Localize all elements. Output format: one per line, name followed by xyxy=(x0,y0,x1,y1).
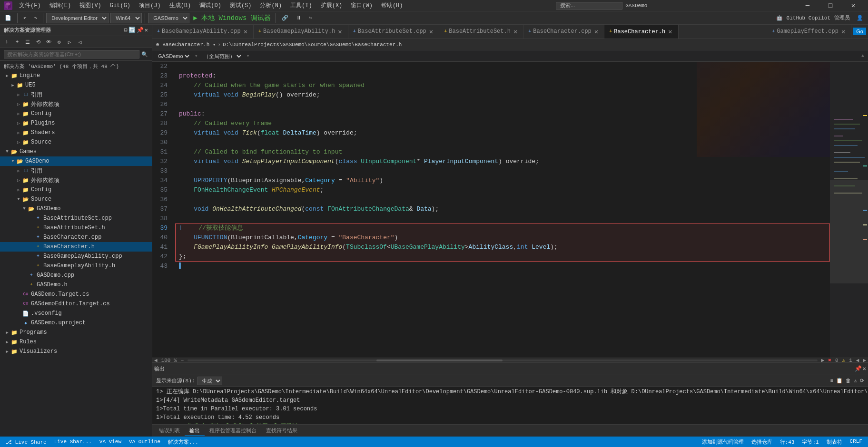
tree-item-extern2[interactable]: ▷ 📁 外部依赖项 xyxy=(0,175,152,185)
tree-item-ref1[interactable]: ▷ □ 引用 xyxy=(0,90,152,99)
menu-extensions[interactable]: 扩展(X) xyxy=(317,0,346,10)
scroll-track[interactable] xyxy=(187,360,817,361)
minimize-button[interactable]: ─ xyxy=(797,0,819,11)
project-dropdown[interactable]: GASDemo xyxy=(148,13,189,23)
maximize-button[interactable]: □ xyxy=(819,0,841,11)
tab-close-btn[interactable]: ✕ xyxy=(593,28,599,36)
sidebar-search-input[interactable] xyxy=(4,50,139,58)
close-panel-btn[interactable]: ✕ xyxy=(145,27,148,34)
status-mode[interactable]: 制表符 xyxy=(825,438,844,446)
tree-item-baseattrset-h[interactable]: + BaseAttributeSet.h xyxy=(0,223,152,233)
tree-item-config1[interactable]: ▷ 📁 Config xyxy=(0,109,152,118)
tab-find-symbol[interactable]: 查找符号结果 xyxy=(261,426,302,435)
breadcrumb-path[interactable]: D:\DUnrealProjects\GASDemo\Source\GASDem… xyxy=(223,42,402,48)
status-add-source[interactable]: 添加到源代码管理 xyxy=(700,438,746,446)
new-file-button[interactable]: 📄 xyxy=(2,14,14,22)
platform-dropdown[interactable]: Win64 xyxy=(110,13,142,23)
tree-item-gasdemo-src[interactable]: ▼ 📂 GASDemo xyxy=(0,204,152,214)
source-select[interactable]: 生成 xyxy=(197,377,222,385)
run-button[interactable]: ▶ 本地 Windows 调试器 xyxy=(191,14,272,22)
tree-item-basechar-h[interactable]: + BaseCharacter.h xyxy=(0,242,152,252)
tree-item-baseattrset-cpp[interactable]: + BaseAttributeSet.cpp xyxy=(0,214,152,223)
profile-button[interactable]: 👤 xyxy=(854,14,866,22)
tab-close-btn[interactable]: ✕ xyxy=(840,28,846,36)
tab-basegameplayability-h[interactable]: + BaseGameplayAbility.h ✕ xyxy=(254,25,348,39)
status-line-ending[interactable]: CRLF xyxy=(848,438,864,446)
tree-item-gasdemo-h[interactable]: + GASDemo.h xyxy=(0,280,152,290)
tree-item-ref2[interactable]: ▷ □ 引用 xyxy=(0,166,152,175)
collapse-btn[interactable]: ◁ xyxy=(75,37,85,47)
status-row[interactable]: 行:43 xyxy=(778,438,797,446)
menu-git[interactable]: Git(G) xyxy=(106,1,134,10)
sync-btn[interactable]: ↕ xyxy=(2,37,11,47)
tree-item-ue5[interactable]: ▶ 📁 UE5 xyxy=(0,80,152,90)
tree-item-uproject[interactable]: ◆ GASDemo.uproject xyxy=(0,318,152,328)
pin-output-btn[interactable]: 📌 xyxy=(855,365,862,372)
minimap[interactable] xyxy=(830,62,868,358)
tab-error-list[interactable]: 错误列表 xyxy=(154,426,185,435)
tab-gameplayeffect-cpp[interactable]: + GameplayEffect.cpp ✕ xyxy=(767,25,851,39)
pin-btn[interactable]: 📌 xyxy=(137,27,144,34)
close-output-btn[interactable]: ✕ xyxy=(863,365,866,372)
tab-package-manager[interactable]: 程序包管理器控制台 xyxy=(205,426,261,435)
step-over-button[interactable]: ↪ xyxy=(306,14,315,22)
menu-view[interactable]: 视图(V) xyxy=(76,0,105,10)
tree-item-config2[interactable]: ▷ 📁 Config xyxy=(0,185,152,194)
tree-item-shaders[interactable]: ▷ 📁 Shaders xyxy=(0,128,152,137)
menu-project[interactable]: 项目(J) xyxy=(135,0,165,10)
close-button[interactable]: ✕ xyxy=(842,0,864,11)
code-content[interactable]: protected: // Called when the game start… xyxy=(175,62,830,358)
output-menu-btn[interactable]: ≡ xyxy=(830,378,834,384)
properties-btn[interactable]: ⚙ xyxy=(54,37,64,47)
status-solution[interactable]: 解决方案... xyxy=(166,438,200,446)
show-all-btn[interactable]: 👁 xyxy=(44,37,53,47)
tree-item-basechar-cpp[interactable]: + BaseCharacter.cpp xyxy=(0,233,152,242)
range-select[interactable]: （全局范围） xyxy=(202,53,243,59)
status-col[interactable]: 字节:1 xyxy=(800,438,820,446)
menu-help[interactable]: 帮助(H) xyxy=(377,0,407,10)
refresh-btn[interactable]: 🔄 xyxy=(128,27,136,34)
status-git[interactable]: ⎇ Live Share xyxy=(4,439,49,445)
pause-button[interactable]: ⏸ xyxy=(293,14,304,22)
output-copy-btn[interactable]: 📋 xyxy=(836,378,843,384)
tree-item-gasdemoeditor-cs[interactable]: C# GASdemoEditor.Target.cs xyxy=(0,299,152,309)
tab-close-btn[interactable]: ✕ xyxy=(337,28,343,36)
status-select-repo[interactable]: 选择仓库 xyxy=(750,438,774,446)
redo-button[interactable]: ↷ xyxy=(31,14,40,22)
new-solution-btn[interactable]: + xyxy=(12,37,22,47)
tree-item-rules[interactable]: ▶ 📁 Rules xyxy=(0,337,152,347)
tree-item-engine[interactable]: ▶ 📁 Engine xyxy=(0,71,152,80)
menu-test[interactable]: 测试(S) xyxy=(226,0,256,10)
tab-close-active-btn[interactable]: ✕ xyxy=(667,28,673,36)
menu-window[interactable]: 窗口(W) xyxy=(347,0,376,10)
menu-file[interactable]: 文件(F) xyxy=(15,0,45,10)
editor-scrollbar[interactable]: ◀ 100 % − ▶ ✖ 0 ⚠ 1 ◀ ▶ xyxy=(152,358,868,362)
breadcrumb-file-select[interactable]: ⊕ BaseCharacter.h ▾ xyxy=(156,41,216,48)
tab-basegameplayability-cpp[interactable]: + BaseGameplayAbility.cpp ✕ xyxy=(152,25,254,39)
tab-basechar-h[interactable]: + BaseCharacter.h ✕ xyxy=(604,25,678,39)
tree-item-gasdemo-target-cs[interactable]: C# GASDemo.Target.cs xyxy=(0,290,152,299)
filter-btn[interactable]: ☰ xyxy=(23,37,32,47)
go-button[interactable]: Go xyxy=(853,28,866,35)
tree-item-programs[interactable]: ▶ 📁 Programs xyxy=(0,328,152,337)
tab-close-btn[interactable]: ✕ xyxy=(243,28,248,36)
tree-item-plugins[interactable]: ▷ 📁 Plugins xyxy=(0,118,152,128)
attach-button[interactable]: 🔗 xyxy=(279,14,291,22)
status-live-share2[interactable]: Live Shar... xyxy=(52,439,94,445)
tree-item-vsconfig[interactable]: 📄 .vsconfig xyxy=(0,309,152,318)
status-va-outline[interactable]: VA Outline xyxy=(127,439,162,445)
tree-item-gasdemo-cpp[interactable]: + GASDemo.cpp xyxy=(0,271,152,280)
tab-basechar-cpp[interactable]: + BaseCharacter.cpp ✕ xyxy=(523,25,604,39)
output-content[interactable]: 1> 正在编库 D:\DUnrealProjects\GASDemo\Inter… xyxy=(152,387,868,424)
tab-baseattrset-h[interactable]: + BaseAttributeSet.h ✕ xyxy=(439,25,523,39)
tree-item-basegame-cpp[interactable]: + BaseGameplayAbility.cpp xyxy=(0,252,152,261)
tree-item-source-engine[interactable]: ▷ 📁 Source xyxy=(0,137,152,147)
menu-tools[interactable]: 工具(T) xyxy=(286,0,316,10)
project-scope-select[interactable]: GASDemo xyxy=(156,53,191,59)
menu-analyze[interactable]: 分析(N) xyxy=(256,0,286,10)
output-filter-btn[interactable]: ⚠ xyxy=(854,378,857,384)
status-va-view[interactable]: VA View xyxy=(98,439,123,445)
undo-button[interactable]: ↶ xyxy=(20,14,30,22)
tree-item-games[interactable]: ▼ 📂 Games xyxy=(0,147,152,156)
output-refresh-btn[interactable]: ⟳ xyxy=(860,378,864,384)
